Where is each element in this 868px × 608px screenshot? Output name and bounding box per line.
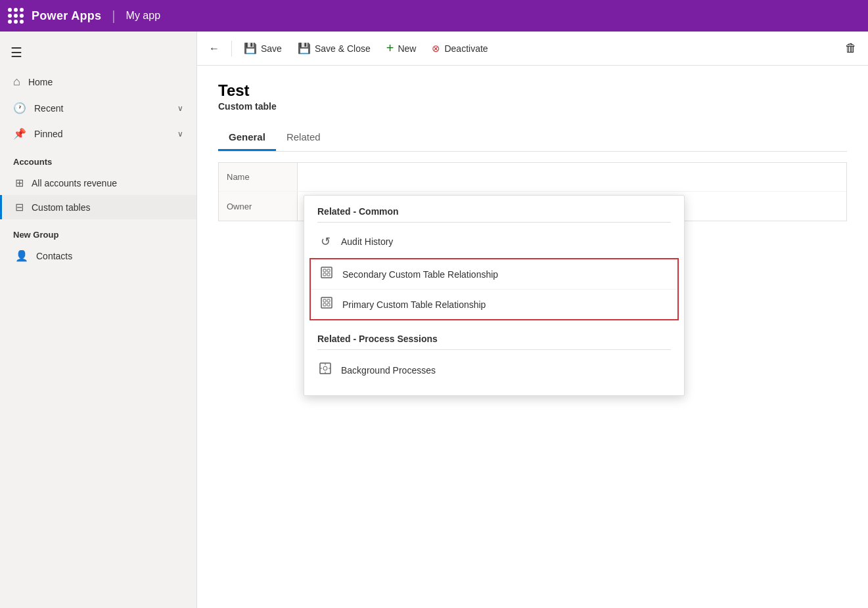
app-grid-icon[interactable] (8, 8, 24, 24)
related-dropdown: Related - Common ↺ Audit History (304, 195, 685, 396)
sidebar-item-label: Home (28, 77, 53, 87)
hamburger-button[interactable]: ☰ (0, 37, 196, 68)
svg-rect-8 (323, 303, 326, 306)
trash-icon: 🗑 (845, 41, 857, 55)
page-content: Test Custom table General Related Name (197, 66, 868, 608)
sidebar-item-home[interactable]: ⌂ Home (0, 68, 196, 95)
svg-rect-6 (323, 299, 326, 302)
svg-rect-7 (327, 299, 330, 302)
sidebar-item-label: Contacts (36, 251, 72, 261)
delete-button[interactable]: 🗑 (839, 37, 863, 60)
svg-rect-5 (321, 297, 332, 308)
new-label: New (398, 43, 416, 54)
dropdown-item-label: Secondary Custom Table Relationship (342, 269, 498, 280)
secondary-rel-icon (319, 266, 334, 282)
powerapps-title: Power Apps (32, 9, 101, 23)
topbar-divider: | (112, 9, 115, 24)
sidebar-item-all-accounts-revenue[interactable]: ⊞ All accounts revenue (0, 171, 196, 195)
sidebar-item-label: All accounts revenue (32, 178, 117, 188)
tab-related-label: Related (286, 131, 321, 142)
tab-general-label: General (229, 131, 265, 142)
tabs-container: General Related (218, 125, 847, 152)
chevron-down-icon: ∨ (177, 104, 183, 113)
dropdown-divider-2 (317, 349, 671, 350)
form-row-name: Name (219, 163, 846, 192)
sidebar-item-label: Custom tables (32, 202, 90, 213)
deactivate-button[interactable]: ⊗ Deactivate (425, 39, 494, 58)
dropdown-item-audit-history[interactable]: ↺ Audit History (304, 228, 684, 255)
svg-rect-2 (327, 269, 330, 272)
sidebar: ☰ ⌂ Home 🕐 Recent ∨ 📌 Pinned ∨ Accounts … (0, 32, 197, 608)
tab-general[interactable]: General (218, 125, 276, 151)
dropdown-divider-1 (317, 222, 671, 223)
save-icon: 💾 (244, 42, 257, 54)
tab-related[interactable]: Related (276, 125, 331, 151)
chevron-down-icon: ∨ (177, 129, 183, 139)
top-bar: Power Apps | My app (0, 0, 868, 32)
back-button[interactable]: ← (202, 37, 226, 60)
svg-rect-4 (327, 273, 330, 276)
save-close-icon: 💾 (298, 42, 311, 54)
new-group-section-header: New Group (0, 219, 196, 244)
dropdown-section2-title: Related - Process Sessions (304, 323, 684, 349)
record-title: Test (218, 81, 847, 100)
save-button[interactable]: 💾 Save (237, 38, 288, 58)
audit-history-icon: ↺ (317, 234, 333, 249)
main-layout: ☰ ⌂ Home 🕐 Recent ∨ 📌 Pinned ∨ Accounts … (0, 32, 868, 608)
custom-table-icon: ⊟ (15, 201, 24, 213)
save-label: Save (261, 43, 282, 54)
app-name: My app (126, 10, 160, 22)
save-close-button[interactable]: 💾 Save & Close (291, 38, 377, 58)
save-close-label: Save & Close (315, 43, 371, 54)
dropdown-section1-title: Related - Common (304, 196, 684, 222)
primary-rel-icon (319, 296, 334, 313)
home-icon: ⌂ (13, 75, 20, 89)
form-label-name: Name (219, 163, 298, 191)
dropdown-item-label: Background Processes (341, 365, 436, 376)
dropdown-item-background-processes[interactable]: Background Processes (304, 355, 684, 385)
new-icon: + (386, 41, 394, 56)
sidebar-item-label: Pinned (34, 129, 63, 139)
svg-rect-0 (321, 267, 332, 278)
svg-point-11 (323, 366, 327, 370)
accounts-section-header: Accounts (0, 146, 196, 171)
svg-rect-1 (323, 269, 326, 272)
dropdown-item-label: Primary Custom Table Relationship (342, 299, 486, 310)
dropdown-item-secondary-rel[interactable]: Secondary Custom Table Relationship (311, 259, 677, 289)
record-subtitle: Custom table (218, 101, 847, 112)
form-label-owner: Owner (219, 192, 298, 221)
table-icon: ⊞ (15, 177, 24, 189)
deactivate-icon: ⊗ (432, 43, 440, 54)
dropdown-item-primary-rel[interactable]: Primary Custom Table Relationship (311, 289, 677, 319)
highlighted-items-group: Secondary Custom Table Relationship (309, 258, 679, 320)
sidebar-item-pinned[interactable]: 📌 Pinned ∨ (0, 121, 196, 146)
hamburger-icon: ☰ (11, 45, 22, 60)
form-area: Name Owner Related - Common ↺ Audit Hist… (218, 162, 847, 221)
cmd-divider-1 (231, 41, 232, 56)
sidebar-item-label: Recent (34, 103, 63, 114)
new-button[interactable]: + New (380, 37, 423, 60)
svg-rect-9 (327, 303, 330, 306)
sidebar-item-recent[interactable]: 🕐 Recent ∨ (0, 95, 196, 121)
form-value-name (298, 163, 846, 191)
content-area: ← 💾 Save 💾 Save & Close + New ⊗ Deactiva… (197, 32, 868, 608)
pin-icon: 📌 (13, 127, 26, 140)
dropdown-item-label: Audit History (341, 236, 393, 247)
deactivate-label: Deactivate (444, 43, 488, 54)
recent-icon: 🕐 (13, 102, 26, 114)
person-icon: 👤 (15, 250, 28, 262)
sidebar-item-custom-tables[interactable]: ⊟ Custom tables (0, 195, 196, 219)
sidebar-item-contacts[interactable]: 👤 Contacts (0, 244, 196, 268)
command-bar: ← 💾 Save 💾 Save & Close + New ⊗ Deactiva… (197, 32, 868, 66)
svg-rect-3 (323, 273, 326, 276)
background-processes-icon (317, 362, 333, 378)
